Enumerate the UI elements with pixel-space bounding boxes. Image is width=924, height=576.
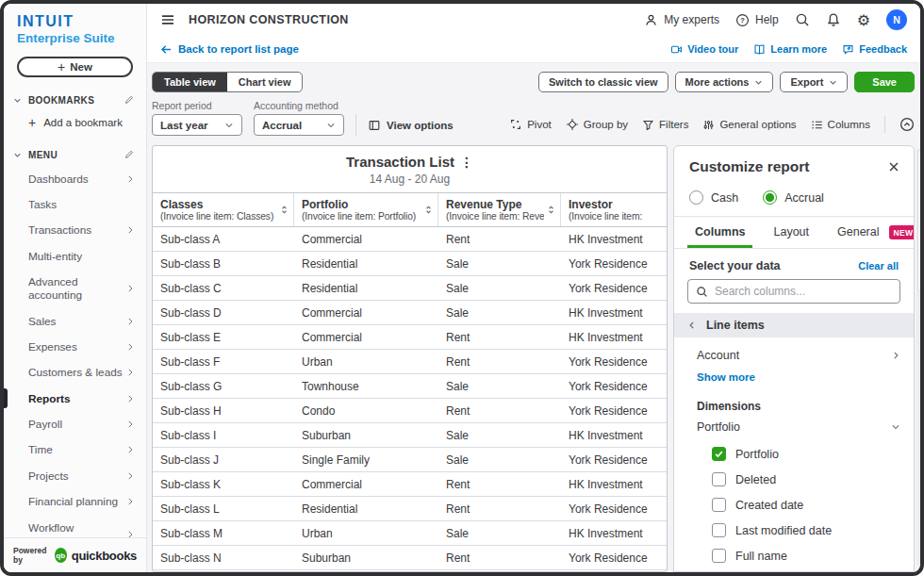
accrual-radio[interactable]: Accrual [763,190,824,205]
scrollbar-thumb[interactable] [917,150,923,291]
edit-bookmarks-icon[interactable] [124,94,135,106]
sidebar-item-multi-entity[interactable]: Multi-entity [4,243,146,269]
collapse-toolbar-icon[interactable] [899,117,915,132]
my-experts-button[interactable]: My experts [644,13,719,27]
customize-report-panel: Customize report Cash Accrual [673,145,915,572]
group-by-button[interactable]: Group by [566,118,628,131]
sidebar-item-expenses[interactable]: Expenses [4,334,146,359]
table-row[interactable]: Sub-class J Single Family Sale York Resi… [153,448,667,472]
table-row[interactable]: Sub-class I Suburban Sale HK Investment [153,423,667,448]
sidebar-item-tasks[interactable]: Tasks [4,191,146,217]
table-row[interactable]: Sub-class L Residential Rent York Reside… [153,497,667,521]
sidebar-item-customers-leads[interactable]: Customers & leads [4,360,146,386]
table-view-tab[interactable]: Table view [153,73,227,91]
sort-icon[interactable] [279,205,289,215]
cell-classes: Sub-class B [153,252,294,275]
sidebar-item-time[interactable]: Time [4,437,146,463]
sidebar-item-dashboards[interactable]: Dashboards [4,166,146,191]
edit-menu-icon[interactable] [124,149,135,160]
table-row[interactable]: Sub-class F Urban Rent York Residence [153,350,667,374]
sort-icon[interactable] [546,205,556,215]
user-avatar[interactable]: N [886,9,907,30]
checkbox-icon[interactable] [712,498,726,512]
checkbox-last-modified-date[interactable]: Last modified date [674,518,914,543]
table-row[interactable]: Sub-class E Commercial Rent HK Investmen… [153,325,667,350]
account-item[interactable]: Account [674,341,914,370]
close-icon[interactable] [887,160,900,173]
general-options-button[interactable]: General options [702,119,796,131]
columns-button[interactable]: Columns [811,119,870,131]
table-row[interactable]: Sub-class O Commercial Sale York Residen… [153,570,667,571]
checkbox-icon[interactable] [712,523,726,537]
checkbox-full-name[interactable]: Full name [674,543,914,568]
report-menu-icon[interactable]: ⋮ [460,155,473,170]
checkbox-icon[interactable] [712,447,726,461]
more-actions-button[interactable]: More actions [675,72,774,92]
cash-radio[interactable]: Cash [689,190,738,205]
table-row[interactable]: Sub-class A Commercial Rent HK Investmen… [153,227,667,252]
table-row[interactable]: Sub-class K Commercial Rent HK Investmen… [153,472,667,497]
accounting-method-select[interactable]: Accrual [254,114,344,136]
column-header-revenue-type[interactable]: Revenue Type (Invoice line item: Revenu.… [438,193,561,226]
sidebar-item-reports[interactable]: Reports [4,386,146,411]
switch-classic-view-button[interactable]: Switch to classic view [538,72,668,92]
sort-icon[interactable] [423,205,434,215]
show-more-link[interactable]: Show more [674,370,914,392]
view-options-button[interactable]: View options [355,114,454,136]
learn-more-link[interactable]: Learn more [753,43,827,56]
table-row[interactable]: Sub-class B Residential Sale York Reside… [153,252,667,276]
filters-button[interactable]: Filters [642,119,688,131]
cell-classes: Sub-class L [153,497,294,520]
chart-view-tab[interactable]: Chart view [227,73,303,91]
sidebar-item-sales[interactable]: Sales [4,308,146,334]
clear-all-link[interactable]: Clear all [858,260,899,272]
back-to-reports-link[interactable]: Back to report list page [160,43,299,56]
chevron-down-icon [13,96,22,105]
sidebar-item-workflow-automation[interactable]: Workflow automation [4,515,146,537]
page-scrollbar[interactable] [916,148,924,567]
add-bookmark-button[interactable]: + Add a bookmark [4,109,146,136]
portfolio-group-item[interactable]: Portfolio [674,417,914,441]
tab-columns[interactable]: Columns [687,217,752,248]
menu-header[interactable]: MENU [4,141,146,164]
checkbox-portfolio[interactable]: Portfolio [674,441,914,467]
table-row[interactable]: Sub-class G Townhouse Sale York Residenc… [153,374,667,399]
sidebar-item-transactions[interactable]: Transactions [4,218,146,243]
checkbox-icon[interactable] [712,549,726,563]
tab-general[interactable]: General [830,217,886,248]
notifications-bell-icon[interactable] [826,12,841,27]
tab-layout[interactable]: Layout [766,217,817,248]
sidebar-item-financial-planning[interactable]: Financial planning [4,489,146,515]
checkbox-created-date[interactable]: Created date [674,492,914,518]
sidebar-item-projects[interactable]: Projects [4,463,146,488]
sidebar-item-advanced-accounting[interactable]: Advanced accounting [4,270,146,308]
view-toggle: Table view Chart view [152,72,303,92]
table-row[interactable]: Sub-class N Suburban Rent York Residence [153,546,667,570]
sidebar-item-payroll[interactable]: Payroll [4,411,146,436]
help-button[interactable]: ? Help [735,13,779,27]
cell-portfolio: Residential [294,276,438,300]
pivot-button[interactable]: Pivot [509,118,552,131]
checkbox-icon[interactable] [712,472,726,486]
column-header-investor[interactable]: Investor (Invoice line item: [561,193,667,226]
search-columns-input[interactable] [715,285,892,298]
export-button[interactable]: Export [780,72,848,92]
checkbox-deleted[interactable]: Deleted [674,467,914,492]
hamburger-menu-icon[interactable] [160,12,175,27]
table-row[interactable]: Sub-class C Residential Sale York Reside… [153,276,667,301]
column-header-portfolio[interactable]: Portfolio (Invoice line item: Portfolio) [294,193,438,226]
table-row[interactable]: Sub-class H Condo Rent York Residence [153,399,667,423]
table-row[interactable]: Sub-class M Urban Sale HK Investment [153,521,667,546]
feedback-link[interactable]: Feedback [842,43,907,56]
bookmarks-header[interactable]: BOOKMARKS [4,87,146,109]
line-items-header[interactable]: Line items [674,313,914,337]
search-icon[interactable] [795,12,810,27]
report-period-select[interactable]: Last year [152,114,242,136]
new-button[interactable]: + New [17,57,133,77]
table-row[interactable]: Sub-class D Commercial Sale HK Investmen… [153,301,667,325]
settings-gear-icon[interactable]: ⚙ [857,11,870,29]
video-tour-link[interactable]: Video tour [670,43,738,56]
save-button[interactable]: Save [854,72,915,92]
chevron-down-icon [891,422,900,432]
column-header-classes[interactable]: Classes (Invoice line item: Classes) [153,193,294,226]
